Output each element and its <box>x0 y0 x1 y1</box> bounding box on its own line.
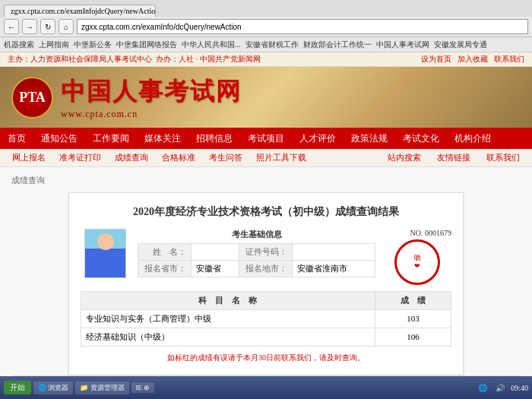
subject-2: 经济基础知识（中级） <box>81 328 375 346</box>
nav-notice[interactable]: 通知公告 <box>33 128 85 149</box>
photo-head <box>97 233 114 250</box>
candidate-info-label: 考生基础信息 <box>138 229 375 240</box>
refresh-button[interactable]: ↻ <box>40 19 55 34</box>
notice-text: 如标红的成绩有误请于本月30日前联系我们，请及时查询。 <box>81 353 451 363</box>
no-label: NO. 0001679 <box>410 229 451 237</box>
bookmark-9[interactable]: 安徽发展局专通 <box>434 40 487 50</box>
subnav-contact[interactable]: 联系我们 <box>480 152 526 163</box>
taskbar-item-2[interactable]: 📁 资源管理器 <box>75 382 128 394</box>
photo-body <box>92 252 119 268</box>
set-homepage-link[interactable]: 设为首页 <box>421 54 451 65</box>
nav-talent[interactable]: 人才评价 <box>292 128 344 149</box>
score-row-1: 专业知识与实务（工商管理）中级 103 <box>81 309 451 328</box>
bookmark-6[interactable]: 安徽省财税工作 <box>245 40 299 50</box>
subnav-admit[interactable]: 准考证打印 <box>53 149 107 166</box>
forward-button[interactable]: → <box>22 19 37 34</box>
subnav-search[interactable]: 站内搜索 <box>382 152 427 163</box>
province-label: 报名省市： <box>138 260 192 277</box>
name-label: 姓 名： <box>138 243 192 260</box>
id-label: 证件号码： <box>239 243 293 260</box>
taskbar-item-3[interactable]: IE ⊕ <box>131 382 155 393</box>
bookmark-3[interactable]: 中堡新公务 <box>74 40 112 50</box>
nav-exam[interactable]: 考试项目 <box>240 128 292 149</box>
site-title: 中国人事考试网 <box>61 75 242 109</box>
official-stamp: 吻❤ <box>394 239 440 285</box>
bookmarks-bar: 机器搜索 上网指南 中堡新公务 中堡集团网络报告 中华人民共和国... 安徽省财… <box>0 37 532 52</box>
result-title: 2020年度经济专业技术资格考试（初中级）成绩查询结果 <box>81 204 451 220</box>
city-value: 安徽省淮南市 <box>293 260 375 277</box>
browser-window: zgxx.cpta.com.cn/examInfojdcQuery/newAct… <box>0 0 532 376</box>
browser-toolbar: ← → ↻ ⌂ <box>0 17 532 37</box>
score-2: 106 <box>375 328 451 346</box>
nav-policy[interactable]: 政策法规 <box>344 128 395 149</box>
taskbar-network-icon[interactable]: 🌐 <box>476 381 489 394</box>
subject-header: 科 目 名 称 <box>81 291 375 309</box>
info-table: 姓 名： 证件号码： 报名省市： 安徽省 报名地市： 安徽省淮南市 <box>138 243 375 277</box>
main-nav: 首页 通知公告 工作要闻 媒体关注 招聘信息 考试项目 人才评价 政策法规 考试… <box>0 128 532 149</box>
taskbar-item-1[interactable]: 🌐 浏览器 <box>33 382 73 394</box>
scores-header-row: 科 目 名 称 成 绩 <box>81 291 451 309</box>
result-card: 2020年度经济专业技术资格考试（初中级）成绩查询结果 <box>68 192 464 375</box>
subnav-score[interactable]: 成绩查询 <box>109 149 154 166</box>
logo-text-group: 中国人事考试网 www.cpta.com.cn <box>61 75 242 120</box>
city-label: 报名地市： <box>239 260 293 277</box>
home-button[interactable]: ⌂ <box>59 19 74 34</box>
bookmark-8[interactable]: 中国人事考试网 <box>376 40 429 50</box>
contact-us-link[interactable]: 联系我们 <box>494 54 524 65</box>
page-content: 成绩查询 2020年度经济专业技术资格考试（初中级）成绩查询结果 <box>0 167 532 376</box>
no-prefix: NO. <box>410 229 423 237</box>
taskbar-speaker-icon[interactable]: 🔊 <box>493 381 507 394</box>
logo-area: PTA 中国人事考试网 www.cpta.com.cn <box>11 75 242 120</box>
admin-link-party[interactable]: 中国共产党新闻网 <box>200 55 261 63</box>
taskbar: 开始 🌐 浏览器 📁 资源管理器 IE ⊕ 🌐 🔊 09:40 <box>0 376 532 399</box>
nav-media[interactable]: 媒体关注 <box>137 128 188 149</box>
score-header: 成 绩 <box>375 291 451 309</box>
site-header: PTA 中国人事考试网 www.cpta.com.cn <box>0 67 532 128</box>
bookmark-5[interactable]: 中华人民共和国... <box>182 40 241 50</box>
score-1: 103 <box>375 309 451 328</box>
nav-home[interactable]: 首页 <box>0 128 33 149</box>
info-photo-row: 考生基础信息 姓 名： 证件号码： 报名省市： 安徽省 <box>81 229 451 285</box>
bookmark-7[interactable]: 财政部会计工作统一 <box>303 40 372 50</box>
name-value <box>192 243 239 260</box>
address-bar[interactable] <box>77 19 528 34</box>
province-value: 安徽省 <box>192 260 239 277</box>
subnav-register[interactable]: 网上报名 <box>6 149 52 166</box>
taskbar-time: 09:40 <box>511 384 528 392</box>
subnav-photo[interactable]: 照片工具下载 <box>250 149 312 166</box>
bookmark-1[interactable]: 机器搜索 <box>4 40 34 50</box>
subnav-faq[interactable]: 考生问答 <box>203 149 249 166</box>
stamp-text: 吻❤ <box>414 254 421 271</box>
site-admin-bar: 主办：人力资源和社会保障局人事考试中心 办办：人社 · 中国共产党新闻网 设为首… <box>0 52 532 67</box>
admin-bar-text: 主办：人力资源和社会保障局人事考试中心 办办：人社 · 中国共产党新闻网 <box>8 54 261 65</box>
info-table-wrap: 考生基础信息 姓 名： 证件号码： 报名省市： 安徽省 <box>138 229 375 285</box>
subnav-standard[interactable]: 合格标准 <box>156 149 201 166</box>
no-value: 0001679 <box>425 229 451 237</box>
nav-news[interactable]: 工作要闻 <box>85 128 137 149</box>
nav-org[interactable]: 机构介绍 <box>447 128 499 149</box>
subject-1: 专业知识与实务（工商管理）中级 <box>81 309 375 328</box>
nav-recruit[interactable]: 招聘信息 <box>188 128 240 149</box>
candidate-photo <box>84 229 126 278</box>
active-tab[interactable]: zgxx.cpta.com.cn/examInfojdcQuery/newAct… <box>4 5 156 17</box>
admin-link-renshe[interactable]: 人社 <box>179 55 194 63</box>
back-button[interactable]: ← <box>4 19 19 34</box>
site-url: www.cpta.com.cn <box>61 109 242 120</box>
taskbar-right: 🌐 🔊 09:40 <box>476 381 528 394</box>
photo-section <box>81 229 130 285</box>
nav-culture[interactable]: 考试文化 <box>395 128 447 149</box>
table-row: 姓 名： 证件号码： <box>138 243 375 260</box>
subnav-links[interactable]: 友情链接 <box>431 152 477 163</box>
add-favorite-link[interactable]: 加入收藏 <box>458 54 488 65</box>
logo-circle-text: PTA <box>19 90 46 106</box>
browser-tabs: zgxx.cpta.com.cn/examInfojdcQuery/newAct… <box>0 0 532 17</box>
score-row-2: 经济基础知识（中级） 106 <box>81 328 451 346</box>
start-button[interactable]: 开始 <box>4 381 31 394</box>
scores-table: 科 目 名 称 成 绩 专业知识与实务（工商管理）中级 103 经济基础知识（中… <box>81 291 451 347</box>
bookmark-4[interactable]: 中堡集团网络报告 <box>116 40 177 50</box>
bookmark-2[interactable]: 上网指南 <box>39 40 69 50</box>
table-row: 报名省市： 安徽省 报名地市： 安徽省淮南市 <box>138 260 375 277</box>
site-content: 主办：人力资源和社会保障局人事考试中心 办办：人社 · 中国共产党新闻网 设为首… <box>0 52 532 376</box>
id-value <box>293 243 375 260</box>
sub-nav: 网上报名 准考证打印 成绩查询 合格标准 考生问答 照片工具下载 站内搜索 友情… <box>0 149 532 167</box>
